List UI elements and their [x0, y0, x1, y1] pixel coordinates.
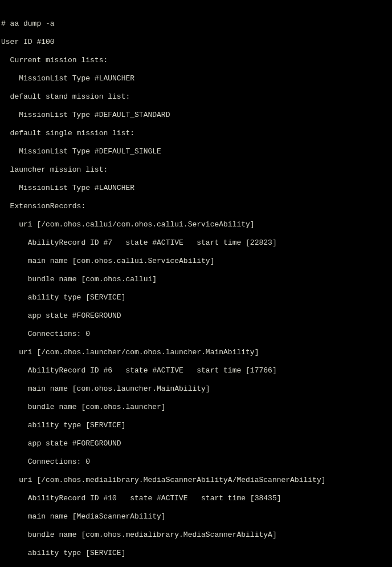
- ext2-uri: uri [/com.ohos.launcher/com.ohos.launche…: [1, 348, 391, 357]
- ext1-uri: uri [/com.ohos.callui/com.ohos.callui.Se…: [1, 220, 391, 229]
- command-line: # aa dump -a: [1, 19, 391, 29]
- ext1-bundle: bundle name [com.ohos.callui]: [1, 275, 391, 284]
- current-mission-header: Current mission lists:: [1, 56, 391, 65]
- launcher-mission-header: launcher mission list:: [1, 165, 391, 175]
- default-single-type: MissionList Type #DEFAULT_SINGLE: [1, 147, 391, 156]
- ext3-ability: ability type [SERVICE]: [1, 549, 391, 558]
- ext1-app-state: app state #FOREGROUND: [1, 311, 391, 321]
- default-stand-header: default stand mission list:: [1, 92, 391, 102]
- default-single-header: default single mission list:: [1, 129, 391, 138]
- ext2-ability: ability type [SERVICE]: [1, 421, 391, 430]
- extension-records-header: ExtensionRecords:: [1, 202, 391, 211]
- ext1-record: AbilityRecord ID #7 state #ACTIVE start …: [1, 238, 391, 248]
- ext3-uri: uri [/com.ohos.medialibrary.MediaScanner…: [1, 476, 391, 485]
- ext3-record: AbilityRecord ID #10 state #ACTIVE start…: [1, 494, 391, 503]
- ext1-main: main name [com.ohos.callui.ServiceAbilit…: [1, 257, 391, 266]
- ext2-app-state: app state #FOREGROUND: [1, 439, 391, 448]
- current-mission-type: MissionList Type #LAUNCHER: [1, 74, 391, 83]
- ext2-record: AbilityRecord ID #6 state #ACTIVE start …: [1, 366, 391, 375]
- user-id: User ID #100: [1, 38, 391, 47]
- default-stand-type: MissionList Type #DEFAULT_STANDARD: [1, 111, 391, 120]
- ext3-bundle: bundle name [com.ohos.medialibrary.Media…: [1, 530, 391, 540]
- ext2-main: main name [com.ohos.launcher.MainAbility…: [1, 384, 391, 394]
- ext2-conn: Connections: 0: [1, 457, 391, 467]
- ext2-bundle: bundle name [com.ohos.launcher]: [1, 403, 391, 412]
- ext1-ability: ability type [SERVICE]: [1, 293, 391, 302]
- ext3-main: main name [MediaScannerAbility]: [1, 512, 391, 521]
- ext1-conn: Connections: 0: [1, 330, 391, 339]
- launcher-mission-type: MissionList Type #LAUNCHER: [1, 184, 391, 193]
